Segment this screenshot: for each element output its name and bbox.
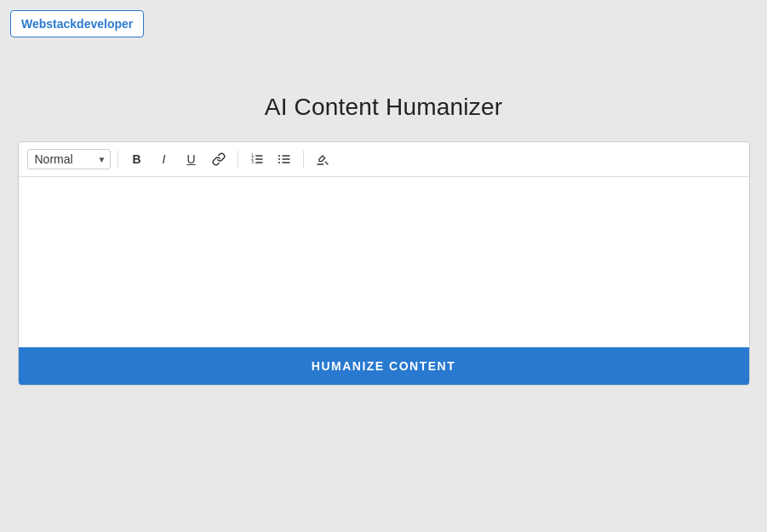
svg-point-10: [278, 158, 280, 160]
svg-line-12: [325, 162, 328, 164]
ordered-list-button[interactable]: 1 2 3: [245, 147, 269, 171]
format-select[interactable]: Normal Heading 1 Heading 2 Heading 3 Par…: [27, 149, 111, 169]
humanize-button[interactable]: HUMANIZE CONTENT: [19, 347, 749, 385]
brand-badge[interactable]: Webstackdeveloper: [10, 10, 144, 37]
unordered-list-button[interactable]: [272, 147, 296, 171]
main-content: AI Content Humanizer Normal Heading 1 He…: [0, 0, 767, 386]
svg-text:3: 3: [251, 160, 254, 164]
page-title: AI Content Humanizer: [265, 94, 502, 121]
editor-content[interactable]: [19, 177, 749, 347]
clear-format-button[interactable]: [311, 147, 335, 171]
svg-point-11: [278, 162, 280, 163]
underline-button[interactable]: U: [180, 147, 203, 171]
toolbar-divider-1: [117, 151, 118, 168]
unordered-list-icon: [278, 152, 291, 166]
bold-button[interactable]: B: [125, 147, 149, 171]
toolbar-divider-2: [238, 151, 238, 168]
link-icon: [212, 152, 226, 166]
link-button[interactable]: [207, 147, 231, 171]
italic-button[interactable]: I: [152, 147, 176, 171]
format-select-wrapper: Normal Heading 1 Heading 2 Heading 3 Par…: [27, 149, 111, 169]
svg-point-9: [278, 155, 280, 157]
editor-container: Normal Heading 1 Heading 2 Heading 3 Par…: [18, 141, 750, 386]
clear-format-icon: [316, 152, 329, 166]
ordered-list-icon: 1 2 3: [250, 152, 264, 166]
toolbar-divider-3: [303, 151, 304, 168]
brand-label: Webstackdeveloper: [21, 17, 133, 31]
editor-toolbar: Normal Heading 1 Heading 2 Heading 3 Par…: [19, 142, 749, 177]
